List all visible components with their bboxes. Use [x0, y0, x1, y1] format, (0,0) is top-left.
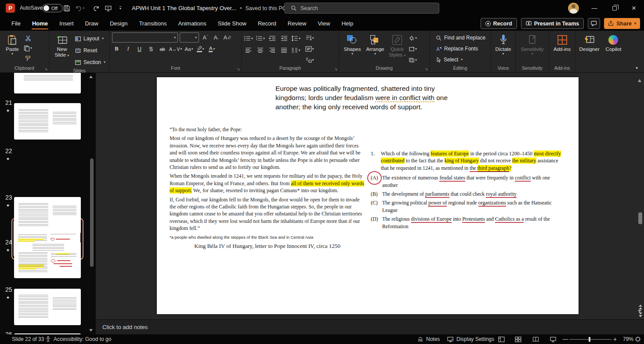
editor-scroll-up-arrow[interactable]	[638, 79, 641, 82]
zoom-slider-thumb[interactable]	[589, 337, 590, 342]
font-size-combo[interactable]: ▾	[180, 32, 199, 43]
tab-review[interactable]: Review	[282, 16, 312, 31]
notes-toggle-button[interactable]: Notes	[417, 334, 440, 344]
layout-button[interactable]: Layout▾	[73, 33, 107, 44]
slideshow-qat-button[interactable]	[103, 3, 113, 14]
fit-slide-to-window-button[interactable]	[635, 334, 641, 344]
share-button[interactable]: Share ▾	[604, 18, 640, 29]
slide-sorter-view-button[interactable]	[515, 334, 521, 344]
cut-button[interactable]	[23, 33, 33, 43]
slideshow-view-button[interactable]	[550, 334, 556, 344]
tab-home[interactable]: Home	[26, 16, 54, 31]
notes-pane[interactable]: Click to add notes	[96, 319, 644, 334]
convert-to-smartart-button[interactable]: ▾	[305, 55, 314, 64]
thumbnail-slide-23[interactable]	[14, 197, 81, 233]
copy-button[interactable]: ▾	[23, 43, 33, 53]
present-in-teams-button[interactable]: Present in Teams	[521, 18, 584, 29]
decrease-indent-button[interactable]	[268, 34, 277, 43]
letter-textbox[interactable]: “To the most holy father, the Pope: Most…	[170, 126, 365, 252]
shape-outline-button[interactable]: ▾	[408, 44, 417, 54]
clipboard-dialog-launcher[interactable]: ↘	[44, 67, 47, 71]
align-text-button[interactable]: ▾	[305, 44, 314, 54]
shrink-font-button[interactable]: Aˇ	[212, 33, 221, 42]
tab-file[interactable]: File	[6, 16, 26, 31]
thumbnail-scrollbar-thumb[interactable]	[90, 158, 94, 267]
record-button[interactable]: Record	[481, 18, 517, 29]
quick-styles-button[interactable]: Quick Styles ▾	[387, 32, 407, 65]
align-center-button[interactable]	[256, 46, 265, 55]
justify-button[interactable]	[279, 46, 289, 55]
reading-view-button[interactable]	[532, 334, 539, 344]
line-spacing-button[interactable]: ▾	[291, 34, 300, 43]
bold-button[interactable]: B	[112, 44, 121, 54]
user-avatar[interactable]	[568, 3, 579, 14]
tab-slide-show[interactable]: Slide Show	[212, 16, 252, 31]
select-button[interactable]: Select▾	[434, 54, 488, 65]
paragraph-dialog-launcher[interactable]: ↘	[334, 67, 337, 71]
search-input[interactable]	[300, 5, 410, 11]
restore-button[interactable]	[604, 0, 625, 16]
redo-button[interactable]	[90, 3, 101, 14]
thumbnail-slide-20-partial[interactable]	[14, 73, 81, 93]
display-settings-button[interactable]: Display Settings	[447, 334, 494, 344]
powerpoint-logo-icon[interactable]: P	[6, 4, 15, 13]
sensitivity-button[interactable]: Sensitivity ▾	[518, 32, 546, 65]
thumbnail-scroll-down-arrow[interactable]	[89, 329, 93, 332]
editor-scrollbar-thumb[interactable]	[638, 212, 642, 224]
character-spacing-button[interactable]: A↔V▾	[169, 44, 182, 54]
option-a[interactable]: (A) The existence of numerous feudal sta…	[371, 174, 566, 189]
new-slide-button[interactable]: New Slide ▾	[51, 32, 72, 68]
designer-button[interactable]: Designer	[578, 32, 601, 65]
undo-button[interactable]: ▾	[75, 3, 85, 14]
font-color-button[interactable]: A ▾	[207, 44, 217, 54]
tab-view[interactable]: View	[312, 16, 336, 31]
document-title-area[interactable]: APWH Unit 1 The Global Tapestry Over... …	[132, 0, 290, 16]
thumbnail-scroll-up-arrow[interactable]	[89, 75, 93, 78]
accessibility-status[interactable]: Accessibility: Good to go	[45, 334, 111, 344]
thumbnail-slide-25[interactable]	[14, 289, 81, 325]
reset-button[interactable]: Reset	[73, 45, 107, 56]
section-button[interactable]: Section▾	[73, 57, 107, 68]
search-box[interactable]	[284, 3, 439, 14]
previous-slide-button[interactable]	[639, 305, 642, 309]
align-left-button[interactable]	[244, 46, 253, 55]
find-and-replace-button[interactable]: Find and Replace	[434, 32, 488, 43]
drawing-dialog-launcher[interactable]: ↘	[425, 67, 428, 71]
shapes-button[interactable]: Shapes ▾	[341, 32, 363, 65]
add-ins-button[interactable]: Add-ins	[551, 32, 573, 65]
thumbnail-slide-24[interactable]	[14, 242, 81, 278]
collapse-ribbon-button[interactable]: ▾	[636, 65, 638, 70]
replace-fonts-button[interactable]: Replace Fonts	[434, 43, 488, 54]
tab-help[interactable]: Help	[336, 16, 359, 31]
tab-animations[interactable]: Animations	[173, 16, 212, 31]
option-d[interactable]: (D) The religious divisions of Europe in…	[371, 215, 566, 230]
underline-button[interactable]: U	[135, 44, 144, 54]
increase-indent-button[interactable]	[279, 34, 289, 43]
intro-textbox[interactable]: Europe was politically fragmented, shatt…	[275, 84, 459, 111]
thumbnail-slide-21[interactable]	[14, 103, 81, 140]
dictate-button[interactable]: Dictate ▾	[493, 32, 513, 65]
minimize-button[interactable]: —	[584, 0, 604, 16]
text-highlight-color-button[interactable]: ▾	[196, 44, 205, 54]
tab-transitions[interactable]: Transitions	[133, 16, 172, 31]
zoom-slider[interactable]	[569, 334, 611, 344]
shape-fill-button[interactable]: ▾	[408, 33, 417, 43]
normal-view-button[interactable]	[498, 334, 505, 344]
comments-button[interactable]	[588, 18, 600, 29]
paste-button[interactable]: Paste ▾	[2, 32, 22, 65]
tab-design[interactable]: Design	[104, 16, 133, 31]
customize-qat-button[interactable]: ▾	[115, 3, 126, 14]
next-slide-button[interactable]	[639, 312, 642, 317]
bullets-button[interactable]: ▾	[244, 34, 253, 43]
zoom-in-button[interactable]: +	[613, 334, 617, 344]
arrange-button[interactable]: Arrange ▾	[364, 32, 386, 65]
option-b[interactable]: (B) The development of parliaments that …	[371, 190, 566, 197]
italic-button[interactable]: I	[123, 44, 133, 54]
change-case-button[interactable]: Aa▾	[185, 44, 194, 54]
align-right-button[interactable]	[268, 46, 277, 55]
clear-formatting-button[interactable]: A	[223, 33, 232, 42]
font-dialog-launcher[interactable]: ↘	[237, 67, 240, 71]
format-painter-button[interactable]	[23, 54, 33, 63]
grow-font-button[interactable]: Aˆ	[201, 33, 210, 42]
tab-record[interactable]: Record	[252, 16, 282, 31]
